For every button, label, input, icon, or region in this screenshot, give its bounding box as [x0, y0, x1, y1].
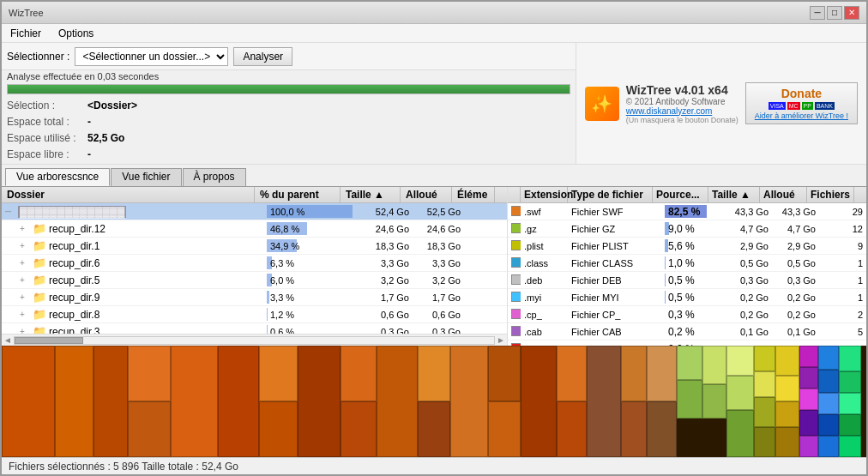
tree-row[interactable]: +📁recup_dir.66,3 %3,3 Go3,3 Go: [2, 255, 507, 272]
tree-row[interactable]: +📁recup_dir.81,2 %0,6 Go0,6 Go: [2, 306, 507, 323]
treemap-block[interactable]: [488, 401, 521, 457]
expand-icon[interactable]: +: [20, 310, 30, 319]
treemap-block[interactable]: [799, 367, 818, 389]
treemap-block[interactable]: [726, 410, 754, 457]
ext-row[interactable]: .debFichier DEB0,5 %0,3 Go0,3 Go1: [508, 272, 866, 289]
treemap-block[interactable]: [775, 346, 799, 376]
treemap-block[interactable]: [218, 346, 259, 457]
treemap-block[interactable]: [55, 346, 93, 457]
treemap-block[interactable]: [754, 346, 775, 371]
treemap-block[interactable]: [726, 376, 754, 410]
ext-row[interactable]: .classFichier CLASS1,0 %0,5 Go0,5 Go1: [508, 255, 866, 272]
treemap-block[interactable]: [839, 371, 861, 393]
col-header-taille[interactable]: Taille ▲: [341, 187, 401, 202]
col-header-eleme[interactable]: Éléme: [452, 187, 495, 202]
treemap-block[interactable]: [799, 436, 818, 457]
donate-button[interactable]: Donate VISA MC PP BANK Aider à améliorer…: [745, 82, 858, 124]
treemap-block[interactable]: [298, 346, 341, 457]
treemap-block[interactable]: [259, 346, 298, 401]
treemap-block[interactable]: [557, 346, 587, 401]
tree-row[interactable]: +📁recup_dir.1246,8 %24,6 Go24,6 Go: [2, 220, 507, 238]
treemap-block[interactable]: [799, 389, 818, 410]
treemap-block[interactable]: [128, 401, 171, 457]
treemap-block[interactable]: [587, 346, 621, 457]
treemap-block[interactable]: [839, 414, 861, 436]
treemap-block[interactable]: [839, 346, 861, 371]
treemap-block[interactable]: [418, 346, 450, 401]
treemap-block[interactable]: [341, 346, 377, 401]
ext-col-files[interactable]: Fichiers: [807, 187, 854, 202]
treemap-block[interactable]: [839, 436, 861, 457]
treemap-block[interactable]: [818, 346, 839, 370]
tree-row[interactable]: +📁recup_dir.93,3 %1,7 Go1,7 Go: [2, 289, 507, 306]
right-scroll-arrow[interactable]: ►: [497, 335, 505, 345]
treemap-block[interactable]: [557, 401, 587, 457]
treemap-block[interactable]: [702, 346, 726, 384]
treemap-block[interactable]: [377, 346, 418, 457]
tree-scroll[interactable]: ─▓▓▓▓▓▓▓▓▓▓▓▓▓▓100,0 %52,4 Go52,5 Go+📁re…: [2, 203, 507, 334]
treemap-block[interactable]: [93, 346, 128, 457]
treemap-block[interactable]: [259, 401, 298, 457]
tree-row[interactable]: +📁recup_dir.134,9 %18,3 Go18,3 Go: [2, 238, 507, 255]
ext-row[interactable]: .swfFichier SWF82,5 %43,3 Go43,3 Go29: [508, 203, 866, 220]
col-header-pct[interactable]: % du parent: [255, 187, 341, 202]
tab-file-view[interactable]: Vue fichier: [111, 168, 181, 186]
h-scroll-area[interactable]: ◄ ►: [2, 334, 507, 346]
treemap-block[interactable]: [775, 376, 799, 401]
expand-icon[interactable]: +: [20, 241, 30, 250]
minimize-button[interactable]: ─: [810, 6, 825, 20]
treemap-block[interactable]: [839, 393, 861, 414]
treemap-block[interactable]: [128, 346, 171, 401]
treemap-block[interactable]: [677, 380, 702, 419]
ext-col-pct[interactable]: Pource...: [653, 187, 708, 202]
hide-donate-link[interactable]: (Un masquera le bouton Donate): [626, 116, 738, 124]
menu-fichier[interactable]: Fichier: [5, 26, 46, 41]
treemap-block[interactable]: [754, 427, 775, 457]
treemap-block[interactable]: [450, 346, 488, 457]
ext-col-ext[interactable]: Extension: [521, 187, 568, 202]
left-scroll-arrow[interactable]: ◄: [3, 335, 12, 345]
expand-icon[interactable]: +: [20, 327, 30, 334]
treemap-block[interactable]: [341, 401, 377, 457]
brand-website[interactable]: www.diskanalyzer.com: [626, 106, 738, 116]
treemap-block[interactable]: [754, 371, 775, 397]
ext-row[interactable]: .cabFichier CAB0,2 %0,1 Go0,1 Go5: [508, 323, 866, 340]
treemap-block[interactable]: [726, 346, 754, 376]
treemap-block[interactable]: [647, 346, 677, 401]
treemap-block[interactable]: [171, 346, 218, 457]
folder-select[interactable]: <Sélectionner un dossier...>: [75, 47, 228, 66]
ext-row[interactable]: .cp_Fichier CP_0,3 %0,2 Go0,2 Go2: [508, 306, 866, 323]
treemap-block[interactable]: [418, 401, 450, 457]
treemap-block[interactable]: [677, 346, 702, 380]
ext-row[interactable]: .myiFichier MYI0,5 %0,2 Go0,2 Go1: [508, 289, 866, 306]
ext-col-type[interactable]: Type de fichier: [568, 187, 653, 202]
ext-row[interactable]: .gzFichier GZ9,0 %4,7 Go4,7 Go12: [508, 220, 866, 238]
treemap-block[interactable]: [799, 346, 818, 367]
maximize-button[interactable]: □: [827, 6, 842, 20]
analyze-button[interactable]: Analyser: [233, 47, 292, 66]
col-header-dossier[interactable]: Dossier: [2, 187, 255, 202]
expand-icon[interactable]: +: [20, 275, 30, 285]
tree-row[interactable]: +📁recup_dir.30,6 %0,3 Go0,3 Go: [2, 323, 507, 334]
treemap-block[interactable]: [754, 397, 775, 427]
col-header-alloue[interactable]: Alloué: [401, 187, 452, 202]
treemap-block[interactable]: [818, 436, 839, 457]
treemap-block[interactable]: [702, 384, 726, 419]
tree-row[interactable]: +📁recup_dir.56,0 %3,2 Go3,2 Go: [2, 272, 507, 289]
treemap-block[interactable]: [818, 370, 839, 393]
treemap-block[interactable]: [647, 401, 677, 457]
tab-about[interactable]: À propos: [183, 168, 246, 186]
treemap-block[interactable]: [621, 346, 647, 401]
expand-icon[interactable]: ─: [5, 207, 15, 216]
tab-tree-view[interactable]: Vue arborescsnce: [5, 168, 110, 186]
treemap-block[interactable]: [775, 427, 799, 457]
treemap-block[interactable]: [488, 346, 521, 401]
ext-row[interactable]: .plistFichier PLIST5,6 %2,9 Go2,9 Go9: [508, 238, 866, 255]
expand-icon[interactable]: +: [20, 224, 30, 233]
ext-col-alloc[interactable]: Alloué: [760, 187, 807, 202]
expand-icon[interactable]: +: [20, 292, 30, 302]
treemap-block[interactable]: [2, 346, 55, 457]
expand-icon[interactable]: +: [20, 258, 30, 268]
ext-scroll[interactable]: .swfFichier SWF82,5 %43,3 Go43,3 Go29.gz…: [508, 203, 866, 346]
treemap-block[interactable]: [818, 414, 839, 436]
